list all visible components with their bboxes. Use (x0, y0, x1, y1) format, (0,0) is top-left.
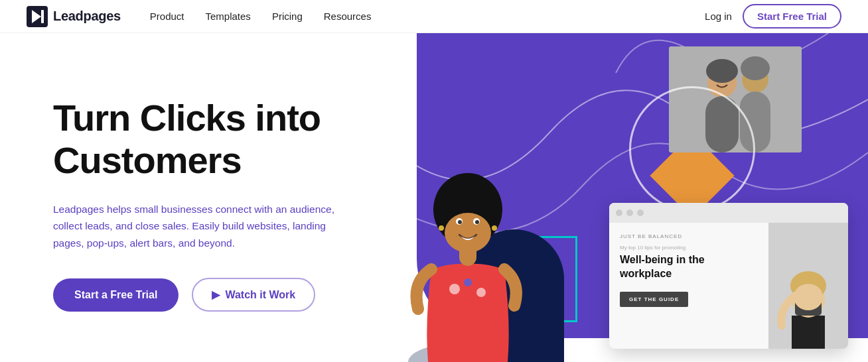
svg-point-12 (464, 278, 472, 286)
nav-start-trial-button[interactable]: Start Free Trial (743, 4, 841, 29)
svg-point-20 (458, 220, 462, 224)
svg-point-23 (492, 225, 497, 231)
svg-point-11 (449, 284, 460, 294)
svg-point-8 (706, 59, 738, 83)
play-icon: ▶ (212, 288, 220, 301)
svg-point-22 (439, 225, 444, 231)
hero-buttons: Start a Free Trial ▶ Watch it Work (53, 278, 372, 312)
watch-work-label: Watch it Work (225, 289, 295, 301)
browser-person-image (768, 223, 848, 349)
browser-left: JUST BE BALANCED My top 10 tips for prom… (609, 223, 768, 349)
svg-rect-25 (792, 316, 825, 349)
browser-subtitle: My top 10 tips for promoting (620, 245, 758, 251)
browser-dot-2 (626, 210, 633, 216)
hero-section: Turn Clicks into Customers Leadpages hel… (0, 33, 868, 362)
browser-tag: JUST BE BALANCED (620, 233, 758, 239)
hero-description: Leadpages helps small businesses connect… (53, 201, 345, 252)
hero-visual: JUST BE BALANCED My top 10 tips for prom… (398, 33, 868, 362)
browser-heading: Well-being in the workplace (620, 253, 758, 281)
login-link[interactable]: Log in (705, 11, 732, 22)
browser-dot-1 (616, 210, 622, 216)
circle-decoration (629, 86, 755, 212)
browser-dot-3 (637, 210, 644, 216)
logo-text: Leadpages (53, 9, 121, 24)
svg-rect-2 (41, 10, 44, 23)
nav-pricing[interactable]: Pricing (263, 7, 312, 26)
browser-image (768, 223, 848, 349)
leadpages-logo-icon (27, 6, 48, 27)
svg-point-21 (475, 220, 479, 224)
browser-cta-button[interactable]: GET THE GUIDE (620, 292, 688, 307)
browser-preview-card: JUST BE BALANCED My top 10 tips for prom… (609, 203, 848, 349)
nav-right: Log in Start Free Trial (705, 4, 841, 29)
start-trial-button[interactable]: Start a Free Trial (53, 278, 179, 312)
svg-point-13 (476, 288, 486, 297)
nav-templates[interactable]: Templates (196, 7, 260, 26)
hero-title: Turn Clicks into Customers (53, 97, 372, 182)
nav-product[interactable]: Product (141, 7, 194, 26)
logo[interactable]: Leadpages (27, 6, 121, 27)
woman-figure-image (405, 137, 531, 362)
browser-content: JUST BE BALANCED My top 10 tips for prom… (609, 223, 848, 349)
svg-point-9 (741, 56, 770, 80)
watch-work-button[interactable]: ▶ Watch it Work (192, 278, 315, 312)
nav-resources[interactable]: Resources (315, 7, 381, 26)
navigation: Leadpages Product Templates Pricing Reso… (0, 0, 868, 33)
svg-point-17 (445, 213, 491, 253)
nav-links: Product Templates Pricing Resources (141, 7, 705, 26)
woman-photo (405, 117, 531, 362)
hero-left-content: Turn Clicks into Customers Leadpages hel… (0, 33, 398, 362)
browser-bar (609, 203, 848, 223)
